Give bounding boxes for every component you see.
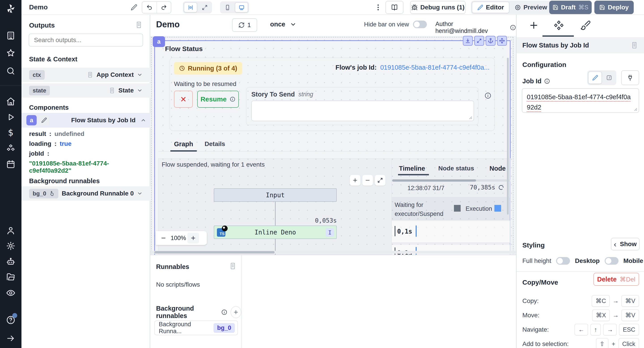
runs-play-icon[interactable] [6,112,16,122]
add-bg-runnable-button[interactable] [230,306,241,318]
variables-dollar-icon[interactable]: $ [6,128,16,137]
edit-title-pencil-icon[interactable] [130,4,137,11]
ctx-doc-icon[interactable] [87,71,94,78]
outputs-doc-icon[interactable] [135,21,143,29]
info-icon[interactable] [544,78,550,84]
workers-robot-icon[interactable] [6,257,16,266]
state-row[interactable]: state State [22,83,150,98]
info-icon[interactable] [221,309,228,315]
story-textarea[interactable] [251,101,474,121]
anchor-icon[interactable] [486,36,496,46]
output-row-result[interactable]: result : undefined [29,130,84,137]
tab-editor[interactable]: Editor [472,2,510,13]
flow-node-inline-deno[interactable]: TS Inline Deno I [214,226,337,239]
full-width-button[interactable] [198,2,211,13]
collapse-arrow-icon[interactable] [6,334,16,343]
bg-runnable-item[interactable]: Background Runna... bg_0 [154,320,238,335]
jobid-value[interactable]: "0191085e-5baa-81ef-4774-c9ef4f0a92d2" [29,160,150,174]
flow-node-input[interactable]: Input [214,188,337,202]
timeline-hscrollbar-thumb[interactable] [392,179,476,182]
zoom-out-icon[interactable] [158,233,169,243]
info-icon[interactable] [484,92,492,99]
resume-button[interactable]: Resume [197,91,239,108]
tab-preview[interactable]: Preview [510,2,552,13]
more-menu-dots-icon[interactable] [374,3,382,12]
favorites-star-icon[interactable] [6,48,16,58]
move-icon[interactable] [497,36,507,46]
delete-button[interactable]: Delete ⌘Del [594,273,639,286]
chevron-down-icon[interactable] [137,191,143,196]
search-icon[interactable] [6,66,16,76]
canvas-hscrollbar-thumb[interactable] [154,251,274,254]
resize-handle-icon[interactable] [468,115,473,120]
state-context-title: State & Context [29,56,77,63]
debug-runs-button[interactable]: Debug runs (1) [410,1,466,14]
tab-timeline[interactable]: Timeline [399,165,425,172]
folders-icon[interactable] [6,273,16,282]
search-outputs-input[interactable] [28,34,143,47]
windmill-logo[interactable] [5,3,16,14]
full-height-toggle[interactable] [556,257,570,265]
deploy-button[interactable]: Deploy [594,1,634,14]
expand-component-icon[interactable] [474,36,484,46]
output-row-jobid[interactable]: jobId : [29,150,49,157]
flow-job-id-link[interactable]: 0191085e-5baa-81ef-4774-c9ef4f0a... [380,64,490,71]
help-icon[interactable] [6,315,16,325]
ctx-row[interactable]: ctx App Context [22,68,150,82]
component-settings-tab[interactable] [554,20,564,31]
styling-show-button[interactable]: ‹ Show [611,238,640,250]
expand-down-icon[interactable] [463,36,473,46]
info-icon[interactable] [510,24,516,31]
desktop-toggle[interactable] [605,257,618,265]
canvas[interactable]: Flow Status Running (3 of 4) Flow's job … [150,36,516,255]
panel-doc-icon[interactable] [630,41,638,49]
chevron-up-icon[interactable] [140,117,146,123]
home-icon[interactable] [6,97,16,106]
output-row-loading[interactable]: loading : true [29,140,72,147]
eval-mode-fx-button[interactable]: f [603,71,616,84]
docs-book-button[interactable] [386,1,404,14]
delete-kbd: ⌘Del [620,276,636,283]
mobile-view-button[interactable] [221,2,234,13]
users-icon[interactable] [6,226,16,235]
runnables-doc-icon[interactable] [229,262,236,270]
undo-button[interactable] [142,2,157,13]
refresh-count-button[interactable]: 1 [232,18,257,32]
tab-node-status[interactable]: Node status [438,165,474,172]
workspace-icon[interactable] [6,31,16,40]
tab-graph[interactable]: Graph [170,140,197,148]
hide-bar-toggle[interactable] [413,21,427,28]
desktop-view-button[interactable] [235,2,248,13]
static-mode-pencil-button[interactable] [588,71,602,84]
chevron-down-icon[interactable] [137,88,143,93]
centered-layout-button[interactable] [184,2,197,13]
schedule-mode-dropdown[interactable]: once [270,21,296,28]
resources-boxes-icon[interactable] [6,144,16,153]
chevron-down-icon[interactable] [137,72,143,78]
tab-details[interactable]: Details [202,140,228,147]
draft-button[interactable]: Draft ⌘S [549,1,592,14]
fullscreen-icon[interactable] [375,175,386,186]
component-a-header-row[interactable]: a Flow Status by Job Id [22,113,150,128]
flow-status-component[interactable]: Flow Status Running (3 of 4) Flow's job … [154,40,510,255]
cancel-button[interactable] [174,91,193,108]
state-doc-icon[interactable] [109,87,116,94]
styling-brush-tab[interactable] [580,20,590,31]
audit-eye-icon[interactable] [6,288,16,298]
timeline-row-1[interactable]: 0,1s [392,221,510,243]
component-edit-pencil-icon[interactable] [39,115,49,125]
connect-plug-button[interactable] [621,70,639,85]
zoom-in-icon[interactable] [350,175,360,186]
bg0-row[interactable]: bg_0 Background Runnable 0 [22,186,150,201]
component-scrollbar-thumb[interactable] [507,58,509,215]
insert-component-tab[interactable] [528,20,539,31]
schedules-calendar-icon[interactable] [6,159,16,169]
job-id-textarea[interactable]: 0191085e-5baa-81ef-4774-c9ef4f0a92d2 [522,88,639,113]
component-tag[interactable]: a [153,36,165,47]
settings-gear-icon[interactable] [6,241,16,251]
resize-handle-icon[interactable] [633,107,638,111]
redo-button[interactable] [157,2,171,13]
zoom-out-icon[interactable] [362,175,373,186]
zoom-in-icon[interactable] [188,233,199,243]
tab-node-clipped[interactable]: Node [490,165,506,172]
